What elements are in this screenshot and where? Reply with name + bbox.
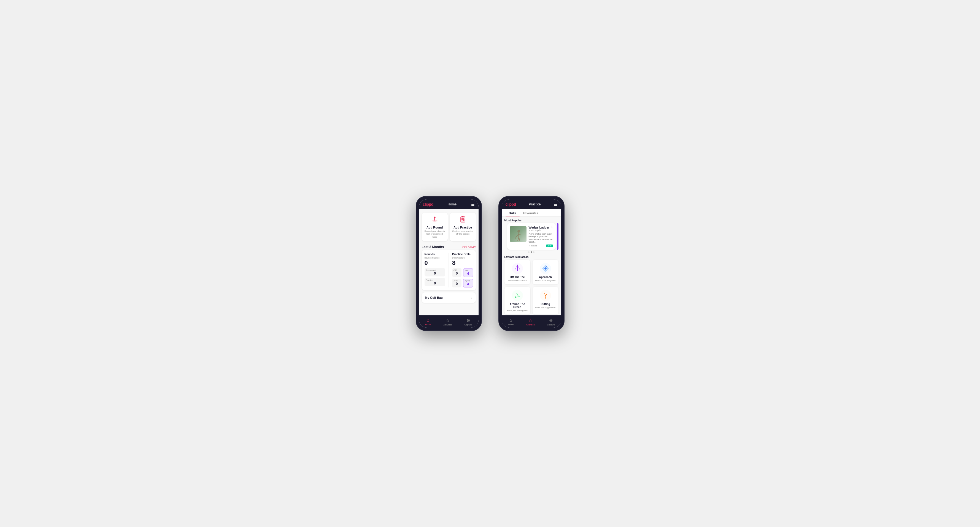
add-practice-title: Add Practice [453,226,472,229]
approach-icon [539,262,552,275]
home-menu-icon[interactable]: ☰ [471,202,475,206]
skill-approach[interactable]: Approach Dial-in to hit the green [533,260,558,284]
add-round-title: Add Round [426,226,443,229]
app-badge: APP [546,244,553,247]
svg-point-11 [517,230,520,233]
practice-title: Practice [529,202,541,206]
skill-ott-title: Off The Tee [510,276,525,279]
drills-ott-label: OTT [453,269,460,271]
drills-app-label: APP [465,270,471,271]
home2-nav-label: Home [508,323,514,326]
golf-bag-row[interactable]: My Golf Bag › [422,292,476,303]
nav2-activities[interactable]: ☆ Activities [526,318,535,326]
capture-nav-icon: ⊕ [466,318,470,323]
featured-star-icon[interactable]: ☆ [550,226,553,229]
home-bottom-nav: ⌂ Home ☆ Activities ⊕ Capture [419,315,479,328]
home-header: clippd Home ☰ [419,199,479,209]
skill-ott-desc: Power and accuracy [508,279,527,282]
svg-marker-2 [434,216,436,218]
drills-arg-cell: ARG 0 [452,279,461,287]
nav-home[interactable]: ⌂ Home [425,318,431,326]
activities2-nav-icon: ☆ [528,318,532,323]
practice-bottom-nav: ⌂ Home ☆ Activities ⊕ Capture [502,315,561,328]
home-title: Home [448,202,457,206]
practice-header: clippd Practice ☰ [502,199,561,209]
drills-app-value: 4 [465,271,471,276]
skill-off-the-tee[interactable]: Off The Tee Power and accuracy [504,260,530,284]
featured-desc: Play 1 shot at each target yardage. If y… [529,233,553,243]
phone-home-screen: clippd Home ☰ [419,199,479,328]
stats-box: Rounds Rounds Capture 0 Tournament 0 [422,250,476,290]
skill-putting-title: Putting [541,303,550,306]
dot-2 [531,251,532,253]
practice-menu-icon[interactable]: ☰ [554,202,557,206]
drills-arg-value: 0 [453,282,460,286]
practice-tabs: Drills Favourites [502,209,561,217]
svg-line-17 [515,236,517,239]
featured-subtitle: 50–100 yds [529,229,550,232]
skill-arg-desc: Hone your short game [507,309,527,312]
featured-title-row: Wedge Ladder 50–100 yds ☆ [529,226,553,233]
rounds-sub-row: Tournament 0 [425,268,445,276]
skill-around-green[interactable]: Around The Green Hone your short game [504,287,530,314]
drills-ott-app-row: OTT 0 APP 4 [452,268,473,277]
practice-logo: clippd [506,202,516,206]
add-round-icon [431,215,439,225]
skill-approach-title: Approach [539,276,552,279]
nav2-capture[interactable]: ⊕ Capture [547,318,555,326]
off-the-tee-icon [511,262,523,275]
rounds-practice-row: Practice 0 [425,278,445,286]
rounds-practice-cell: Practice 0 [425,278,445,286]
explore-label: Explore skill areas [502,254,561,260]
svg-point-3 [434,220,435,221]
svg-point-26 [517,270,518,271]
svg-point-24 [515,269,515,270]
drills-arg-putt-row: ARG 0 PUTT 4 [452,279,473,287]
nav-activities[interactable]: ☆ Activities [443,318,452,326]
rounds-tournament-value: 0 [426,271,444,275]
rounds-tournament-label: Tournament [426,269,444,271]
rounds-tournament-cell: Tournament 0 [425,268,445,276]
drills-putt-value: 4 [465,282,471,286]
skill-putting-desc: Make and lag practice [535,306,555,309]
add-practice-card[interactable]: Add Practice Capture your practice off-t… [450,213,476,241]
featured-info: Wedge Ladder 50–100 yds ☆ Play 1 shot at… [529,226,553,247]
most-popular-label: Most Popular [502,217,561,223]
activity-section-header: Last 3 Months View Activity [419,243,479,250]
drills-ott-value: 0 [453,271,460,275]
skill-approach-desc: Dial-in to hit the green [535,279,555,282]
view-activity-link[interactable]: View Activity [462,246,476,248]
svg-point-23 [517,265,518,266]
add-practice-icon [459,215,467,225]
practice-content: Most Popular [502,217,561,315]
svg-line-16 [519,237,520,241]
phone-practice: clippd Practice ☰ Drills Favourites Most… [498,196,565,331]
drills-title: Practice Drills [452,253,473,256]
rounds-big-value: 0 [425,259,445,267]
drills-arg-label: ARG [453,280,460,282]
add-round-desc: Record your shots in fast or enhanced mo… [424,230,445,238]
featured-card[interactable]: Wedge Ladder 50–100 yds ☆ Play 1 shot at… [507,223,556,250]
phone-practice-screen: clippd Practice ☰ Drills Favourites Most… [502,199,561,328]
capture2-nav-label: Capture [547,324,555,326]
activity-title: Last 3 Months [422,245,444,249]
home-action-cards: Add Round Record your shots in fast or e… [419,209,479,243]
golf-bag-chevron: › [471,296,473,300]
putting-icon [539,289,552,302]
purple-side-bar [557,223,558,250]
home-logo: clippd [423,202,433,206]
activities-nav-label: Activities [443,324,452,326]
home2-nav-icon: ⌂ [509,318,512,323]
phones-container: clippd Home ☰ [416,196,565,331]
add-round-card[interactable]: Add Round Record your shots in fast or e… [422,213,448,241]
tab-favourites[interactable]: Favourites [520,209,542,216]
nav-capture[interactable]: ⊕ Capture [465,318,472,326]
tab-drills[interactable]: Drills [506,209,520,216]
skill-putting[interactable]: Putting Make and lag practice [533,287,558,314]
rounds-title: Rounds [425,253,445,256]
nav2-home[interactable]: ⌂ Home [508,318,514,326]
dot-1 [528,251,530,253]
capture2-nav-icon: ⊕ [549,318,553,323]
home-nav-icon: ⌂ [427,318,430,323]
featured-thumbnail [510,226,527,242]
